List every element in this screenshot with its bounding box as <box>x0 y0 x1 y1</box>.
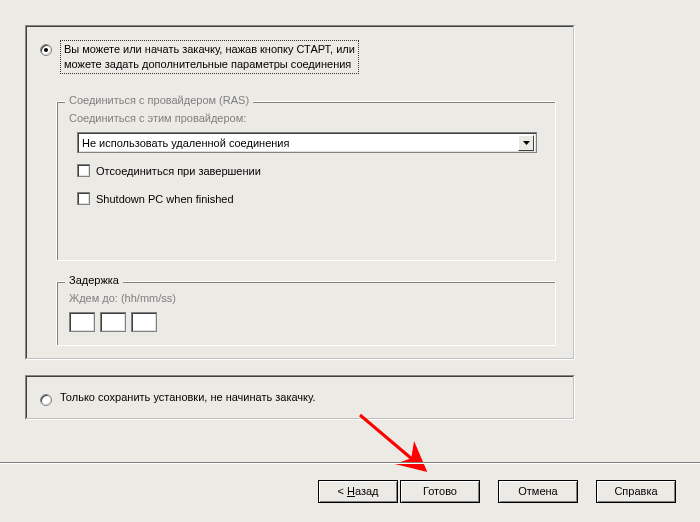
back-underline: Н <box>347 485 355 497</box>
dropdown-arrow-button[interactable] <box>518 135 534 151</box>
ras-group-title: Соединиться с провайдером (RAS) <box>65 94 253 106</box>
shutdown-checkbox-row[interactable]: Shutdown PC when finished <box>77 192 234 205</box>
ras-provider-label: Соединиться с этим провайдером: <box>69 112 246 124</box>
radio-save-only-row[interactable]: Только сохранить установки, не начинать … <box>40 390 315 406</box>
ras-group: Соединиться с провайдером (RAS) Соединит… <box>56 101 556 261</box>
delay-ss-input[interactable] <box>131 312 157 332</box>
disconnect-checkbox-row[interactable]: Отсоединиться при завершении <box>77 164 261 177</box>
delay-wait-label: Ждем до: (hh/mm/ss) <box>69 292 176 304</box>
separator <box>0 462 700 464</box>
back-button[interactable]: < Назад <box>318 480 398 503</box>
radio-start-download[interactable] <box>40 44 52 56</box>
help-button[interactable]: Справка <box>596 480 676 503</box>
delay-group-title: Задержка <box>65 274 123 286</box>
radio-start-download-row[interactable]: Вы можете или начать закачку, нажав кноп… <box>40 40 550 74</box>
main-options-panel: Вы можете или начать закачку, нажав кноп… <box>25 25 575 360</box>
cancel-button[interactable]: Отмена <box>498 480 578 503</box>
radio-save-only-label: Только сохранить установки, не начинать … <box>60 390 315 405</box>
radio1-line1: Вы можете или начать закачку, нажав кноп… <box>64 42 355 57</box>
radio1-line2: можете задать дополнительные параметры с… <box>64 57 355 72</box>
shutdown-label: Shutdown PC when finished <box>96 193 234 205</box>
save-only-panel: Только сохранить установки, не начинать … <box>25 375 575 420</box>
finish-button[interactable]: Готово <box>400 480 480 503</box>
delay-hh-input[interactable] <box>69 312 95 332</box>
disconnect-label: Отсоединиться при завершении <box>96 165 261 177</box>
svg-marker-0 <box>523 141 530 145</box>
chevron-down-icon <box>523 141 530 145</box>
delay-inputs <box>69 312 159 334</box>
radio-start-download-label: Вы можете или начать закачку, нажав кноп… <box>60 40 359 74</box>
back-rest: азад <box>355 485 379 497</box>
back-prefix: < <box>337 485 346 497</box>
ras-dropdown-value: Не использовать удаленной соединения <box>82 137 289 149</box>
annotation-arrow-icon <box>355 410 445 485</box>
help-label: Справка <box>614 485 657 497</box>
disconnect-checkbox[interactable] <box>77 164 90 177</box>
delay-mm-input[interactable] <box>100 312 126 332</box>
finish-label: Готово <box>423 485 457 497</box>
delay-group: Задержка Ждем до: (hh/mm/ss) <box>56 281 556 346</box>
ras-provider-dropdown[interactable]: Не использовать удаленной соединения <box>77 132 537 153</box>
shutdown-checkbox[interactable] <box>77 192 90 205</box>
cancel-label: Отмена <box>518 485 557 497</box>
radio-save-only[interactable] <box>40 394 52 406</box>
